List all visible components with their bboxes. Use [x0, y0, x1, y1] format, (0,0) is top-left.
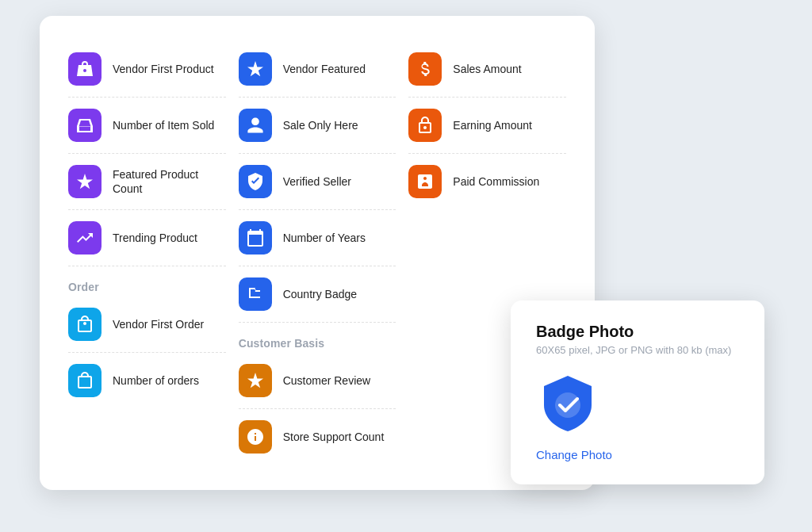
vendor-first-product-label: Vendor First Product: [113, 62, 214, 76]
trending-product-icon: [68, 221, 102, 255]
list-item: Number of Item Sold: [68, 98, 226, 154]
sale-only-here-icon: [239, 109, 272, 142]
number-orders-icon: [68, 364, 102, 397]
store-support-count-label: Store Support Count: [283, 430, 385, 444]
list-item: Number of Years: [239, 210, 396, 266]
sale-only-here-label: Sale Only Here: [283, 118, 358, 132]
list-item: Store Support Count: [239, 409, 396, 465]
list-item: Vendor Featured: [239, 41, 396, 98]
verified-seller-label: Verified Seller: [283, 174, 351, 189]
country-badge-icon: [239, 277, 272, 311]
badge-preview: [536, 372, 599, 435]
verified-seller-icon: [239, 165, 272, 198]
customer-basis-header: Customer Basis: [239, 337, 396, 350]
list-item: Paid Commission: [408, 154, 566, 209]
change-photo-button[interactable]: Change Photo: [536, 448, 612, 461]
badge-photo-title: Badge Photo: [536, 323, 739, 341]
list-item: Earning Amount: [408, 98, 566, 154]
earning-amount-icon: [408, 109, 442, 142]
sales-amount-icon: [408, 52, 442, 86]
column-1: Vendor First Product Number of Item Sold…: [68, 41, 226, 465]
trending-product-label: Trending Product: [113, 231, 197, 245]
columns-container: Vendor First Product Number of Item Sold…: [68, 41, 566, 465]
vendor-first-order-label: Vendor First Order: [113, 317, 204, 331]
paid-commission-label: Paid Commission: [453, 174, 539, 189]
list-item: Trending Product: [68, 210, 226, 266]
badge-photo-card: Badge Photo 60X65 pixel, JPG or PNG with…: [511, 300, 764, 484]
featured-product-count-icon: [68, 165, 102, 198]
country-badge-label: Country Badge: [283, 287, 357, 301]
number-of-years-label: Number of Years: [283, 231, 366, 245]
list-item: Verified Seller: [239, 154, 396, 210]
vendor-first-product-icon: [68, 52, 102, 86]
earning-amount-label: Earning Amount: [453, 118, 532, 132]
vendor-first-order-icon: [68, 308, 102, 341]
list-item: Number of orders: [68, 353, 226, 408]
number-orders-label: Number of orders: [113, 373, 199, 388]
number-item-sold-icon: [68, 109, 102, 142]
paid-commission-icon: [408, 165, 442, 198]
number-of-years-icon: [239, 221, 272, 255]
list-item: Vendor First Product: [68, 41, 226, 98]
list-item: Vendor First Order: [68, 297, 226, 353]
customer-review-label: Customer Review: [283, 373, 370, 388]
list-item: Country Badge: [239, 266, 396, 323]
store-support-count-icon: [239, 420, 272, 454]
number-item-sold-label: Number of Item Sold: [113, 118, 214, 132]
vendor-featured-label: Vendor Featured: [283, 62, 366, 76]
order-section-header: Order: [68, 281, 226, 293]
column-2: Vendor Featured Sale Only Here Verified …: [239, 41, 396, 465]
list-item: Customer Review: [239, 353, 396, 409]
featured-product-count-label: Featured Product Count: [113, 167, 226, 196]
sales-amount-label: Sales Amount: [453, 62, 521, 76]
list-item: Sale Only Here: [239, 98, 396, 154]
customer-review-icon: [239, 364, 272, 397]
list-item: Featured Product Count: [68, 154, 226, 210]
vendor-featured-icon: [239, 52, 272, 86]
list-item: Sales Amount: [408, 41, 566, 98]
badge-photo-description: 60X65 pixel, JPG or PNG with 80 kb (max): [536, 344, 739, 356]
